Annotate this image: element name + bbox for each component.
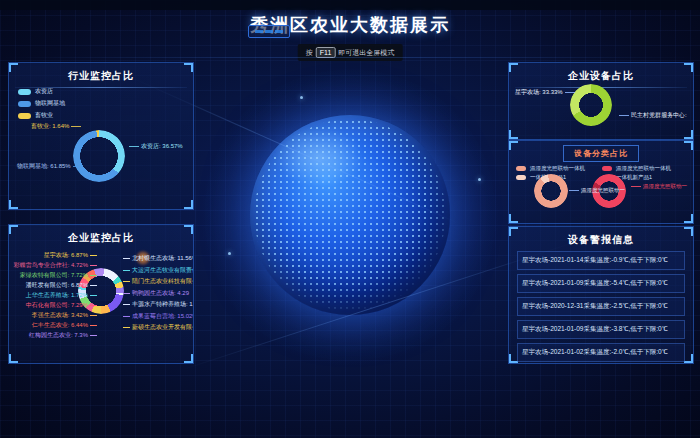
globe-highlight: [274, 127, 364, 187]
callout-text: 温湿度光照联动一: [581, 187, 625, 194]
legend-label: 畜牧业: [35, 111, 53, 120]
enterprise-label: 仁丰生态农业: 6.44%: [32, 322, 97, 329]
legend-item[interactable]: 农资店: [18, 87, 65, 96]
corner-accent: [9, 354, 18, 363]
leader-line: [123, 281, 130, 282]
brand-logo: [248, 25, 290, 38]
corner-accent: [184, 354, 193, 363]
corner-accent: [9, 63, 18, 72]
callout-xingyu-farm: 星宇农场: 33.33%: [515, 88, 575, 97]
legend-item[interactable]: 物联网基地: [18, 99, 65, 108]
label-text: 潘旺发有限公司: 6.87%: [26, 281, 88, 290]
corner-accent: [509, 130, 518, 139]
corner-accent: [184, 63, 193, 72]
enterprise-label: 大运河生态牧业有限责任公: [123, 267, 194, 274]
label-text: 彩蝶雷鸟专业合作社: 4.72%: [14, 261, 88, 270]
leader-line: [123, 270, 130, 271]
enterprise-labels-left: 星宇农场: 6.87% 彩蝶雷鸟专业合作社: 4.72% 家绿农特有限公司: 7…: [11, 252, 97, 339]
legend-item[interactable]: 温湿度光照联动一体机: [516, 165, 585, 172]
device-ratio-panel: 企业设备占比 星宇农场: 33.33% 民主村党群服务中心:: [508, 62, 694, 140]
legend-swatch: [18, 101, 31, 107]
legend-item[interactable]: 温湿度光照联动一体机: [602, 165, 671, 172]
leader-line: [90, 255, 97, 256]
leader-line: [123, 304, 130, 305]
enterprise-label: 星宇农场: 6.87%: [44, 252, 97, 259]
alarm-text: 星宇农场-2021-01-09采集温度:-3.8℃,低于下限:0℃: [522, 325, 668, 332]
label-text: 大运河生态牧业有限责任公: [132, 266, 194, 275]
callout-iot-base: 物联网基地: 61.85%: [17, 162, 83, 171]
label-text: 鸭鸭园生态农场: 4.29: [132, 289, 189, 298]
hint-prefix: 按: [306, 48, 313, 58]
industry-ratio-panel: 行业监控占比 农资店 物联网基地 畜牧业 畜牧业: [8, 62, 194, 210]
leader-line: [565, 92, 575, 93]
label-text: 中石化有限公司: 7.29%: [26, 301, 88, 310]
label-text: 北村银生态农场: 11.56%: [132, 254, 194, 263]
corner-accent: [684, 63, 693, 72]
enterprise-label: 中石化有限公司: 7.29%: [26, 302, 97, 309]
spark-dot: [300, 96, 303, 99]
leader-line: [90, 305, 97, 306]
label-text: 上华生态养殖场: 1.72%: [26, 291, 88, 300]
callout-text: 农资店: 36.57%: [141, 142, 183, 151]
panel-title-enterprise: 企业监控占比: [9, 225, 193, 245]
alarm-info-panel: 设备警报信息 星宇农场-2021-01-14采集温度:-0.9℃,低于下限:0℃…: [508, 226, 694, 364]
callout-device-class-right: 温湿度光照联动一: [631, 183, 687, 190]
legend-swatch: [18, 89, 31, 95]
corner-accent: [684, 130, 693, 139]
alarm-row: 星宇农场-2021-01-09采集温度:-5.4℃,低于下限:0℃: [517, 274, 685, 293]
enterprise-ratio-panel: 企业监控占比 星宇农场: 6.87% 彩蝶雷鸟专业合作社: 4.72% 家绿农特…: [8, 224, 194, 364]
page-title: 秀洲区农业大数据展示: [0, 13, 700, 37]
leader-line: [569, 190, 579, 191]
leader-line: [90, 315, 97, 316]
callout-text: 畜牧业: 1.64%: [31, 122, 69, 131]
label-text: 丰源水产特种养殖场: 1.: [132, 300, 194, 309]
device-donut-chart[interactable]: [570, 84, 612, 126]
enterprise-label: 鸭鸭园生态农场: 4.29: [123, 290, 189, 297]
enterprise-label: 潘旺发有限公司: 6.87%: [26, 282, 97, 289]
callout-text: 星宇农场: 33.33%: [515, 88, 563, 97]
leader-line: [123, 327, 130, 328]
label-text: 红梅园生态农业: 7.3%: [29, 331, 88, 340]
alarm-row: 星宇农场-2020-12-31采集温度:-2.5℃,低于下限:0℃: [517, 297, 685, 316]
corner-accent: [684, 141, 693, 150]
legend-item[interactable]: 畜牧业: [18, 111, 65, 120]
corner-accent: [509, 214, 518, 223]
callout-text: 物联网基地: 61.85%: [17, 162, 71, 171]
leader-line: [90, 295, 97, 296]
legend-label: 物联网基地: [35, 99, 65, 108]
label-text: 家绿农特有限公司: 7.72%: [20, 271, 88, 280]
corner-accent: [509, 227, 518, 236]
industry-donut-chart[interactable]: [73, 130, 125, 182]
panel-title-device: 企业设备占比: [509, 63, 693, 83]
enterprise-label: 李强生态农场: 3.42%: [32, 312, 97, 319]
panel-title-alarm: 设备警报信息: [509, 227, 693, 247]
leader-line: [90, 275, 97, 276]
device-class-panel: 设备分类占比 温湿度光照联动一体机 一体机新产品1 温湿度光照联动一体机: [508, 140, 694, 224]
industry-legend: 农资店 物联网基地 畜牧业: [18, 87, 65, 123]
hint-suffix: 即可退出全屏模式: [338, 48, 394, 58]
enterprise-label: 北村银生态农场: 11.56%: [123, 255, 194, 262]
corner-accent: [684, 354, 693, 363]
alarm-text: 星宇农场-2020-12-31采集温度:-2.5℃,低于下限:0℃: [522, 302, 668, 309]
corner-accent: [184, 200, 193, 209]
leader-line: [123, 293, 130, 294]
enterprise-label: 丰源水产特种养殖场: 1.: [123, 301, 194, 308]
label-text: 成果蓝莓自营地: 15.02%: [132, 312, 194, 321]
leader-line: [123, 316, 130, 317]
corner-accent: [9, 225, 18, 234]
device-class-donut-left[interactable]: [534, 174, 568, 208]
alarm-list: 星宇农场-2021-01-14采集温度:-0.9℃,低于下限:0℃ 星宇农场-2…: [517, 251, 685, 364]
panel-title-industry: 行业监控占比: [9, 63, 193, 83]
leader-line: [129, 146, 139, 147]
legend-label: 温湿度光照联动一体机: [616, 165, 671, 172]
legend-swatch: [516, 175, 526, 180]
leader-line: [90, 325, 97, 326]
legend-swatch: [516, 166, 526, 171]
callout-text: 温湿度光照联动一: [643, 183, 687, 190]
enterprise-label: 陆门生态农业科技有限公: [123, 278, 194, 285]
label-text: 仁丰生态农业: 6.44%: [32, 321, 88, 330]
alarm-row: 星宇农场-2021-01-09采集温度:-3.8℃,低于下限:0℃: [517, 320, 685, 339]
leader-line: [73, 166, 83, 167]
corner-accent: [684, 214, 693, 223]
leader-line: [619, 115, 629, 116]
